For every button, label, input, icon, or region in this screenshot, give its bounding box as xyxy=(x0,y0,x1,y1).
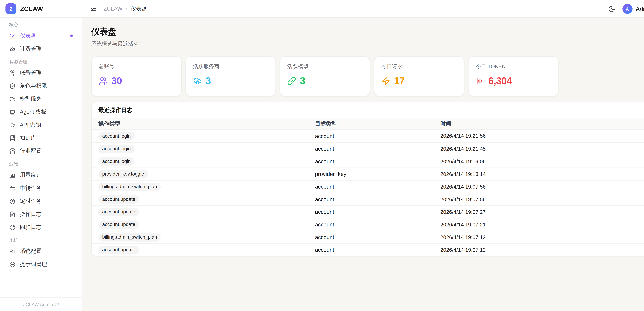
sidebar-item-api-keys[interactable]: API 密钥 xyxy=(5,119,77,131)
sidebar-item-label: 计费管理 xyxy=(20,45,42,53)
target-cell: account xyxy=(315,158,440,165)
sidebar-section-label: 核心 xyxy=(9,22,73,28)
sidebar-item-system-config[interactable]: 系统配置 xyxy=(5,245,77,257)
avatar-letter: A xyxy=(626,6,629,11)
app-root: Z ZCLAW 核心 仪表盘 计费管理 资源管理 账号管理 角色与权限 模型服务… xyxy=(0,0,644,311)
gauge-icon xyxy=(9,33,16,39)
sidebar-item-roles[interactable]: 角色与权限 xyxy=(5,80,77,92)
avatar: A xyxy=(622,4,632,14)
table-body: account.login account 2026/4/14 19:21:56… xyxy=(92,130,644,256)
sidebar-item-label: 用量统计 xyxy=(20,171,42,179)
refresh-icon xyxy=(9,224,16,230)
table-row: account.login account 2026/4/14 19:21:56 xyxy=(92,130,644,142)
table-row: billing.admin_switch_plan account 2026/4… xyxy=(92,180,644,193)
sidebar-item-agent-templates[interactable]: Agent 模板 xyxy=(5,106,77,118)
recent-logs-title: 最近操作日志 xyxy=(92,102,644,118)
time-cell: 2026/4/14 19:07:56 xyxy=(440,184,644,190)
plug-icon xyxy=(9,122,16,128)
breadcrumb-separator: / xyxy=(126,6,127,12)
topbar-right: A Admin xyxy=(607,4,644,14)
action-badge: account.login xyxy=(98,132,134,140)
sidebar-item-label: 系统配置 xyxy=(20,247,42,255)
target-cell: account xyxy=(315,234,440,240)
time-cell: 2026/4/14 19:13:14 xyxy=(440,171,644,177)
sidebar-item-label: 操作日志 xyxy=(20,210,42,218)
panel-collapse-icon xyxy=(90,5,97,12)
sidebar-item-dashboard[interactable]: 仪表盘 xyxy=(5,30,77,42)
stat-card-value: 3 xyxy=(206,75,211,87)
move-horizontal-icon xyxy=(476,77,484,86)
page-subtitle: 系统概览与最近活动 xyxy=(91,40,644,48)
breadcrumb: ZCLAW / 仪表盘 xyxy=(104,5,147,13)
recent-logs-card: 最近操作日志 操作类型 目标类型 时间 account.login accoun… xyxy=(91,102,644,256)
brand-title: ZCLAW xyxy=(20,5,43,12)
sidebar-item-label: 同步日志 xyxy=(20,223,42,231)
stat-card-label: 今日请求 xyxy=(382,63,457,70)
table-row: account.login account 2026/4/14 19:21:45 xyxy=(92,142,644,155)
target-cell: account xyxy=(315,133,440,139)
message-dots-icon xyxy=(9,261,16,267)
link-icon xyxy=(287,77,296,86)
sidebar-item-label: 提示词管理 xyxy=(20,260,47,268)
brand-logo: Z xyxy=(6,3,16,14)
target-cell: account xyxy=(315,196,440,202)
target-cell: account xyxy=(315,246,440,253)
stat-card-total-accounts: 总账号 30 xyxy=(91,57,182,96)
sidebar-item-sync-logs[interactable]: 同步日志 xyxy=(5,221,77,233)
gear-icon xyxy=(9,248,16,254)
time-cell: 2026/4/14 19:07:27 xyxy=(440,209,644,215)
time-cell: 2026/4/14 19:19:06 xyxy=(440,158,644,164)
time-cell: 2026/4/14 19:07:21 xyxy=(440,222,644,227)
sidebar-item-op-logs[interactable]: 操作日志 xyxy=(5,208,77,220)
sidebar-item-model-services[interactable]: 模型服务 xyxy=(5,93,77,105)
action-badge: account.login xyxy=(98,145,134,153)
sidebar-item-industry-config[interactable]: 行业配置 xyxy=(5,145,77,157)
cloud-server-icon xyxy=(193,77,202,86)
sidebar-item-prompt-management[interactable]: 提示词管理 xyxy=(5,258,77,270)
sidebar-item-usage-stats[interactable]: 用量统计 xyxy=(5,169,77,181)
sidebar-section: 运维 用量统计 中转任务 定时任务 操作日志 同步日志 xyxy=(5,161,77,233)
user-menu[interactable]: A Admin xyxy=(622,4,644,14)
action-badge: account.update xyxy=(98,195,139,204)
sidebar-collapse-button[interactable] xyxy=(89,5,98,13)
sidebar-item-knowledge-base[interactable]: 知识库 xyxy=(5,132,77,144)
dark-mode-toggle[interactable] xyxy=(607,5,616,13)
sidebar-item-label: Agent 模板 xyxy=(20,108,46,116)
action-badge: account.update xyxy=(98,220,139,229)
topbar: ZCLAW / 仪表盘 A Admin xyxy=(82,0,644,18)
users-icon xyxy=(9,70,16,76)
sidebar-item-accounts[interactable]: 账号管理 xyxy=(5,67,77,79)
sidebar-footer: ZCLAW Admin v2 xyxy=(0,297,82,311)
table-row: billing.admin_switch_plan account 2026/4… xyxy=(92,231,644,243)
moon-icon xyxy=(608,5,615,12)
crown-icon xyxy=(9,46,16,52)
sidebar-item-label: 角色与权限 xyxy=(20,82,47,90)
sidebar-item-label: 中转任务 xyxy=(20,184,42,192)
main-area: ZCLAW / 仪表盘 A Admin 仪表盘 系统概览与最近活动 总账号 xyxy=(82,0,644,311)
shield-check-icon xyxy=(9,83,16,89)
table-row: account.update account 2026/4/14 19:07:1… xyxy=(92,243,644,256)
action-badge: account.update xyxy=(98,245,139,254)
sidebar-item-relay-tasks[interactable]: 中转任务 xyxy=(5,182,77,194)
column-header-action: 操作类型 xyxy=(98,120,315,128)
sidebar-item-cron-tasks[interactable]: 定时任务 xyxy=(5,195,77,207)
sidebar-item-label: 仪表盘 xyxy=(20,32,36,40)
sidebar-section-label: 资源管理 xyxy=(9,59,73,65)
sidebar-item-billing[interactable]: 计费管理 xyxy=(5,43,77,55)
time-cell: 2026/4/14 19:21:56 xyxy=(440,133,644,139)
stat-card-label: 总账号 xyxy=(99,63,174,70)
table-row: account.update account 2026/4/14 19:07:2… xyxy=(92,205,644,218)
action-badge: billing.admin_switch_plan xyxy=(98,233,161,241)
zap-icon xyxy=(382,77,390,86)
store-icon xyxy=(9,148,16,154)
brand: Z ZCLAW xyxy=(0,0,82,18)
sidebar-nav: 核心 仪表盘 计费管理 资源管理 账号管理 角色与权限 模型服务 Agent 模… xyxy=(0,18,82,297)
table-row: account.update account 2026/4/14 19:07:5… xyxy=(92,193,644,205)
page-content: 仪表盘 系统概览与最近活动 总账号 30 活跃服务商 3 活跃模型 3 今日请求… xyxy=(82,18,644,311)
action-badge: account.login xyxy=(98,157,134,166)
breadcrumb-root-link[interactable]: ZCLAW xyxy=(104,6,122,12)
target-cell: account xyxy=(315,184,440,190)
sidebar-section: 资源管理 账号管理 角色与权限 模型服务 Agent 模板 API 密钥 知识库… xyxy=(5,59,77,157)
stat-card-value: 3 xyxy=(300,75,305,87)
stat-card-value: 6,304 xyxy=(488,75,512,87)
